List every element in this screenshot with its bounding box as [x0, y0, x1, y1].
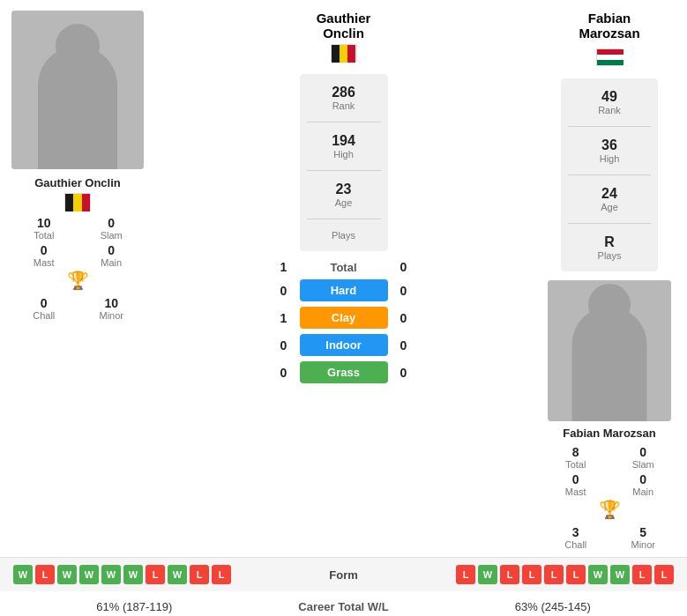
left-form-badge-l: L — [212, 565, 231, 584]
left-player-name: Gauthier Onclin — [34, 176, 121, 189]
left-total-cell: 10 Total — [11, 216, 77, 241]
top-area: Gauthier Onclin 10 Total 0 Slam — [0, 0, 687, 557]
left-form-badge-w: W — [101, 565, 121, 584]
right-slam-cell: 0 Slam — [611, 445, 676, 470]
right-player-avatar — [548, 280, 671, 421]
left-player-stats: 10 Total 0 Slam 0 Mast 0 Main — [11, 216, 144, 268]
left-chall-value: 0 — [11, 296, 77, 310]
right-mast-label: Mast — [543, 486, 609, 497]
right-form-badge-l: L — [566, 565, 586, 584]
left-age-value: 23 — [307, 182, 381, 197]
left-chall-label: Chall — [11, 310, 77, 321]
right-player-stats: 8 Total 0 Slam 0 Mast 0 Main — [543, 445, 676, 497]
right-form-badge-w: W — [478, 565, 497, 584]
right-form-badge-w: W — [588, 565, 608, 584]
left-player-flag — [64, 193, 91, 211]
left-mast-label: Mast — [34, 257, 55, 268]
left-name-display: GauthierOnclin — [317, 11, 371, 41]
left-rank-value: 286 — [307, 85, 381, 100]
right-age-label: Age — [568, 202, 651, 212]
right-total-value: 8 — [543, 445, 609, 459]
stats-row-0: 61% (187-119) Career Total W/L 63% (245-… — [0, 591, 687, 616]
right-player-name: Fabian Marozsan — [563, 427, 655, 440]
right-slam-value: 0 — [611, 445, 676, 459]
left-mast-value: 0 — [41, 243, 48, 257]
left-main-label: Main — [79, 257, 145, 268]
flag-yellow — [73, 194, 81, 212]
left-name-block: GauthierOnclin — [317, 11, 371, 65]
left-minor-cell: 10 Minor — [79, 296, 145, 321]
right-flag-display — [596, 44, 623, 66]
left-form-badge-w: W — [168, 565, 187, 584]
right-total-label: Total — [543, 459, 609, 470]
left-divider-3 — [307, 219, 381, 219]
left-chall-minor: 0 Chall 10 Minor — [11, 296, 144, 321]
right-form-badge-l: L — [500, 565, 519, 584]
clay-row: 1 Clay 0 — [275, 307, 413, 329]
belgium-flag — [64, 193, 91, 211]
left-main-value: 0 — [79, 243, 145, 257]
left-form-badge-w: W — [79, 565, 99, 584]
right-total-cell: 8 Total — [543, 445, 609, 470]
right-chall-value: 3 — [543, 525, 609, 539]
right-total-score: 0 — [395, 260, 413, 274]
left-flag-display — [331, 44, 357, 65]
grass-row: 0 Grass 0 — [275, 361, 413, 383]
left-minor-label: Minor — [79, 310, 145, 321]
right-name-block: FabianMarozsan — [579, 11, 639, 66]
right-form-badge-l: L — [632, 565, 652, 584]
right-main-label: Main — [611, 486, 676, 497]
left-trophy-icon: 🏆 — [67, 270, 89, 291]
left-slam-value: 0 — [79, 216, 145, 230]
clay-button: Clay — [300, 307, 388, 329]
left-chall-cell: 0 Chall — [11, 296, 77, 321]
form-label: Form — [329, 568, 358, 582]
right-trophy-icon: 🏆 — [599, 499, 621, 520]
left-center-stats-panel: 286 Rank 194 High 23 Age Plays — [300, 74, 388, 251]
right-grass-score: 0 — [395, 366, 413, 380]
right-form-badge-l: L — [522, 565, 541, 584]
left-slam-label: Slam — [79, 230, 145, 241]
center-names-row: GauthierOnclin — [152, 11, 535, 65]
right-player-section: FabianMarozsan 49 Rank 36 — [539, 11, 680, 550]
right-mast-cell: 0 Mast — [543, 472, 609, 497]
right-form-badge-l: L — [544, 565, 564, 584]
stats-right-0: 63% (245-145) — [432, 600, 675, 613]
left-form-badge-w: W — [123, 565, 143, 584]
right-minor-label: Minor — [611, 539, 676, 550]
right-indoor-score: 0 — [395, 338, 413, 353]
left-clay-score: 1 — [275, 311, 293, 325]
left-form-badge-w: W — [13, 565, 33, 584]
left-player-section: Gauthier Onclin 10 Total 0 Slam — [7, 11, 148, 321]
right-chall-cell: 3 Chall — [543, 525, 609, 550]
left-high-value: 194 — [307, 133, 381, 149]
left-indoor-score: 0 — [275, 338, 293, 353]
right-divider-3 — [568, 223, 651, 224]
left-trophy-row: 🏆 — [11, 270, 144, 291]
left-divider-2 — [307, 170, 381, 171]
stats-section: 61% (187-119) Career Total W/L 63% (245-… — [0, 591, 687, 616]
right-high-value: 36 — [568, 137, 651, 153]
left-form-badge-l: L — [146, 565, 165, 584]
total-label: Total — [300, 261, 388, 274]
stats-center-0: Career Total W/L — [256, 600, 432, 613]
left-high-label: High — [307, 149, 381, 160]
right-plays-value: R — [568, 234, 651, 250]
left-main-cell: 0 Main — [79, 243, 145, 268]
right-form-badge-l: L — [654, 565, 674, 584]
right-plays-label: Plays — [568, 250, 651, 261]
right-chall-label: Chall — [543, 539, 609, 550]
right-divider-1 — [568, 126, 651, 127]
hard-row: 0 Hard 0 — [275, 279, 413, 301]
right-plays-stat: R Plays — [568, 234, 651, 261]
main-container: Gauthier Onclin 10 Total 0 Slam — [0, 0, 687, 616]
right-name-display: FabianMarozsan — [579, 11, 639, 41]
indoor-button: Indoor — [300, 334, 388, 356]
right-rank-label: Rank — [568, 105, 651, 115]
right-form-badge-l: L — [456, 565, 475, 584]
left-minor-value: 10 — [79, 296, 145, 310]
right-form-badges: LWLLLLWWLL — [456, 565, 674, 584]
indoor-row: 0 Indoor 0 — [275, 334, 413, 356]
form-section: WLWWWWLWLL Form LWLLLLWWLL — [0, 557, 687, 591]
left-divider-1 — [307, 122, 381, 122]
